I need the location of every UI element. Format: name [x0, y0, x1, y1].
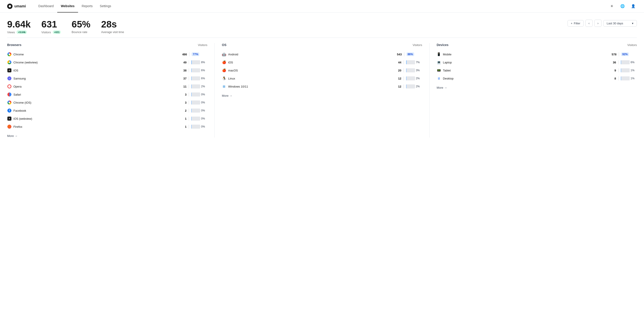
os-title: OS	[222, 43, 226, 47]
firefox-icon	[7, 124, 12, 129]
chevron-down-icon: ▾	[632, 22, 634, 25]
row-bar: 2%	[191, 84, 207, 88]
table-row[interactable]: Chrome (webview) 49 8%	[7, 58, 207, 66]
filter-button[interactable]: + Filter	[568, 20, 584, 26]
bounce-label: Bounce rate	[72, 30, 87, 34]
table-row[interactable]: 🐧 Linux 12 2%	[222, 74, 422, 82]
browsers-header: Browsers Visitors	[7, 43, 207, 47]
table-row[interactable]: f Facebook 2 0%	[7, 106, 207, 115]
visitors-label-row: Visitors +631	[41, 30, 61, 34]
row-separator	[189, 52, 190, 56]
row-pct: 6%	[630, 61, 637, 64]
os-more-link[interactable]: More →	[222, 90, 422, 97]
devices-title: Devices	[437, 43, 448, 47]
bar-fill	[621, 76, 621, 80]
row-separator	[618, 76, 618, 80]
bar-fill	[406, 76, 406, 80]
row-pct: 0%	[201, 93, 207, 96]
chrome-webview-icon	[7, 60, 12, 64]
language-button[interactable]: 🌐	[619, 3, 626, 10]
row-bar: 3%	[406, 68, 422, 72]
bar-bg	[191, 76, 200, 80]
theme-toggle-button[interactable]: ☀	[608, 3, 616, 10]
logo-icon	[7, 3, 12, 9]
os-section: OS Visitors 🤖 Android 543 86% 🍎 iOS 44 7…	[222, 43, 429, 138]
row-bar: 7%	[406, 60, 422, 64]
table-row[interactable]: Chrome (iOS) 3 0%	[7, 98, 207, 106]
row-pct: 2%	[201, 85, 207, 88]
devices-more-link[interactable]: More →	[437, 82, 637, 89]
bar-fill	[406, 68, 406, 72]
row-pct: 6%	[201, 69, 207, 72]
row-separator	[618, 68, 618, 72]
row-bar: 2%	[406, 84, 422, 88]
row-pct: 7%	[416, 61, 422, 64]
nav-websites[interactable]: Websites	[57, 0, 78, 12]
next-button[interactable]: ›	[594, 20, 602, 27]
row-separator	[404, 76, 404, 80]
nav-reports[interactable]: Reports	[78, 0, 96, 12]
filter-label: Filter	[574, 22, 580, 25]
bar-bg	[191, 92, 200, 96]
row-separator	[189, 60, 189, 64]
date-range-select[interactable]: Last 30 days ▾	[603, 20, 637, 26]
bar-fill	[191, 117, 192, 121]
table-row[interactable]: 🍎 macOS 20 3%	[222, 66, 422, 74]
filter-controls: + Filter ‹ › Last 30 days ▾	[568, 20, 637, 27]
row-value: 1	[178, 125, 186, 128]
nav-dashboard[interactable]: Dashboard	[35, 0, 58, 12]
apple-icon: 🍎	[222, 68, 226, 73]
logo[interactable]: umami	[7, 3, 26, 9]
table-row[interactable]: 📟 Tablet 9 1%	[437, 66, 637, 74]
table-row[interactable]: 🍎 iOS 44 7%	[222, 58, 422, 66]
row-name: Desktop	[443, 77, 606, 80]
row-bar: 1%	[621, 76, 637, 80]
user-button[interactable]: 👤	[630, 3, 637, 10]
bar-fill	[621, 68, 621, 72]
row-bar: 8%	[191, 60, 207, 64]
row-name: macOS	[228, 69, 391, 72]
row-pct: 0%	[201, 125, 207, 128]
bar-bg	[191, 100, 200, 104]
row-separator	[189, 92, 189, 96]
stat-bounce: 65% Bounce rate	[72, 20, 90, 34]
visitors-badge: +631	[53, 30, 61, 34]
prev-button[interactable]: ‹	[586, 20, 592, 27]
bar-bg	[191, 68, 200, 72]
table-row[interactable]: ⊞ Windows 10/11 12 2%	[222, 82, 422, 90]
row-bar: 0%	[191, 109, 207, 113]
stat-views: 9.64k Views +9.64k	[7, 20, 31, 34]
table-row[interactable]: Chrome 486 77%	[7, 50, 207, 58]
date-range-label: Last 30 days	[607, 22, 623, 25]
linux-icon: 🐧	[222, 76, 226, 81]
table-row[interactable]: 💻 Laptop 36 6%	[437, 58, 637, 66]
row-value: 38	[178, 69, 186, 72]
row-value: 11	[178, 85, 186, 88]
avg-visit-value: 28s	[101, 20, 124, 29]
opera-icon	[7, 84, 12, 89]
row-separator	[618, 60, 618, 64]
table-row[interactable]: 📱 Mobile 578 92%	[437, 50, 637, 58]
devices-section: Devices Visitors 📱 Mobile 578 92% 💻 Lapt…	[437, 43, 637, 138]
bar-bg	[191, 84, 200, 88]
row-bar: 92%	[621, 52, 637, 56]
table-row[interactable]: Safari 3 0%	[7, 90, 207, 98]
table-row[interactable]: Firefox 1 0%	[7, 123, 207, 131]
row-value: 37	[178, 77, 186, 80]
os-col-label: Visitors	[412, 43, 422, 47]
nav-settings[interactable]: Settings	[96, 0, 115, 12]
table-row[interactable]: A iOS 38 6%	[7, 66, 207, 74]
table-row[interactable]: A iOS (webview) 1 0%	[7, 115, 207, 123]
row-name: Windows 10/11	[228, 85, 391, 88]
mobile-icon: 📱	[437, 52, 441, 56]
browsers-more-link[interactable]: More →	[7, 131, 207, 138]
row-pct: 0%	[201, 109, 207, 112]
table-row[interactable]: 🖥 Desktop 8 1%	[437, 74, 637, 82]
table-row[interactable]: 🤖 Android 543 86%	[222, 50, 422, 58]
table-row[interactable]: Opera 11 2%	[7, 82, 207, 90]
logo-text: umami	[14, 4, 26, 8]
row-value: 44	[393, 61, 402, 64]
table-row[interactable]: S Samsung 37 6%	[7, 74, 207, 82]
safari-icon	[7, 92, 12, 97]
bar-bg	[406, 68, 415, 72]
